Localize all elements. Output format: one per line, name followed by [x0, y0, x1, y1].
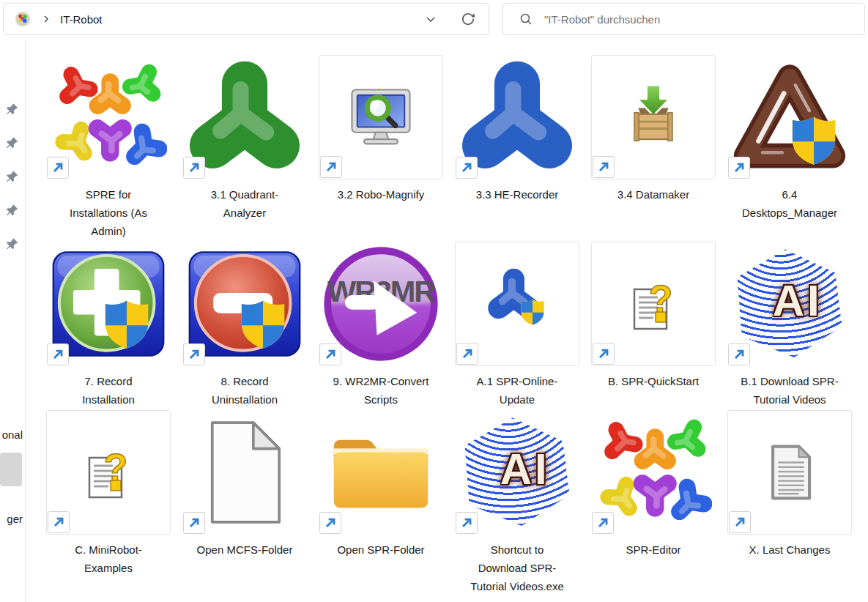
- pin-icon[interactable]: [6, 136, 19, 149]
- file-download-spr-tutorial-videos[interactable]: AI B.1 Download SPR-Tutorial Videos: [722, 242, 858, 409]
- address-bar[interactable]: IT-Robot: [3, 3, 489, 35]
- file-open-mcfs-folder[interactable]: Open MCFS-Folder: [177, 410, 313, 595]
- tree-selected-item[interactable]: [0, 453, 22, 486]
- pin-icon[interactable]: [6, 103, 19, 116]
- toolbar: IT-Robot: [0, 0, 868, 38]
- shortcut-arrow-icon: [183, 157, 205, 179]
- file-wr2mr-convert-scripts[interactable]: WR2MR 9. WR2MR-Convert Scripts: [313, 242, 449, 409]
- refresh-icon[interactable]: [461, 12, 475, 26]
- shortcut-arrow-icon: [456, 157, 478, 179]
- file-label: 6.4 Desktops_Manager: [738, 185, 841, 222]
- icon-grid: SPRE for Installations (As Admin) 3.1 Qu…: [40, 55, 868, 597]
- shortcut-arrow-icon: [319, 512, 341, 534]
- file-label: 3.4 Datamaker: [602, 185, 705, 204]
- chevron-right-icon[interactable]: [40, 13, 52, 25]
- shortcut-arrow-icon: [593, 156, 615, 178]
- monitor-magnifier-icon: [343, 79, 419, 155]
- file-robo-magnify[interactable]: 3.2 Robo-Magnify: [313, 55, 449, 240]
- gray-text-document-icon: [753, 436, 826, 509]
- shortcut-arrow-icon: [728, 343, 750, 365]
- shortcut-arrow-icon: [456, 512, 478, 534]
- uac-shield-icon: [240, 299, 286, 350]
- uac-shield-icon: [103, 299, 150, 350]
- folder-app-icon: [15, 11, 31, 27]
- shortcut-arrow-icon: [592, 512, 614, 534]
- shortcut-arrow-icon: [47, 157, 69, 179]
- search-input[interactable]: [543, 12, 824, 26]
- file-label: 8. Record Uninstallation: [193, 372, 296, 409]
- file-label: 3.1 Quadrant-Analyzer: [193, 185, 296, 222]
- file-list-area: SPRE for Installations (As Admin) 3.1 Qu…: [26, 38, 868, 602]
- search-icon: [519, 12, 533, 26]
- file-desktops-manager[interactable]: 6.4 Desktops_Manager: [722, 55, 858, 240]
- uac-shield-icon: [520, 298, 545, 326]
- search-bar[interactable]: [502, 3, 865, 35]
- file-label: 3.3 HE-Recorder: [466, 185, 568, 204]
- file-label: Open MCFS-Folder: [193, 540, 296, 559]
- file-spre-for-installations[interactable]: SPRE for Installations (As Admin): [40, 55, 177, 240]
- file-spr-quickstart[interactable]: B. SPR-QuickStart: [585, 242, 722, 409]
- file-label: Shortcut to Download SPR-Tutorial Videos…: [466, 540, 568, 595]
- help-document-icon: [72, 436, 145, 509]
- shortcut-arrow-icon: [319, 343, 341, 365]
- file-label: 7. Record Installation: [57, 372, 160, 409]
- file-open-spr-folder[interactable]: Open SPR-Folder: [313, 410, 449, 595]
- file-label: X. Last Changes: [738, 540, 841, 559]
- file-he-recorder[interactable]: 3.3 HE-Recorder: [449, 55, 585, 240]
- pin-icon[interactable]: [6, 170, 19, 183]
- file-label: 3.2 Robo-Magnify: [330, 185, 432, 204]
- crate-download-icon: [615, 79, 691, 155]
- file-shortcut-download-spr-tutorial-videos[interactable]: AI Shortcut to Download SPR-Tutorial Vid…: [449, 410, 585, 595]
- file-minirobot-examples[interactable]: C. MiniRobot-Examples: [40, 410, 177, 595]
- tree-item-partial[interactable]: ger: [7, 513, 23, 525]
- chevron-down-icon[interactable]: [424, 12, 437, 26]
- shortcut-arrow-icon: [47, 343, 69, 365]
- shortcut-arrow-icon: [183, 343, 205, 365]
- shortcut-arrow-icon: [48, 511, 70, 533]
- shortcut-arrow-icon: [593, 343, 615, 365]
- help-document-icon: [617, 267, 690, 341]
- file-label: B. SPR-QuickStart: [602, 372, 705, 390]
- tree-item-partial[interactable]: onal: [2, 428, 23, 441]
- ai-hexagon-icon: AI: [461, 417, 573, 528]
- file-label: A.1 SPR-Online-Update: [466, 372, 568, 409]
- shortcut-arrow-icon: [183, 512, 205, 534]
- file-label: SPR-Editor: [602, 540, 705, 559]
- shortcut-arrow-icon: [729, 511, 751, 533]
- navigation-pane: onal ger: [0, 38, 26, 602]
- file-label: B.1 Download SPR-Tutorial Videos: [738, 372, 841, 409]
- file-spr-online-update[interactable]: A.1 SPR-Online-Update: [449, 242, 585, 409]
- ai-hexagon-icon: AI: [734, 248, 845, 360]
- blank-document-icon: [201, 418, 288, 527]
- file-datamaker[interactable]: 3.4 Datamaker: [585, 55, 722, 240]
- file-record-uninstallation[interactable]: 8. Record Uninstallation: [177, 242, 313, 409]
- file-label: SPRE for Installations (As Admin): [57, 185, 160, 240]
- file-quadrant-analyzer[interactable]: 3.1 Quadrant-Analyzer: [177, 55, 313, 240]
- uac-shield-icon: [790, 115, 837, 166]
- file-label: 9. WR2MR-Convert Scripts: [330, 372, 432, 409]
- shortcut-arrow-icon: [728, 157, 750, 179]
- file-record-installation[interactable]: 7. Record Installation: [40, 242, 177, 409]
- pin-icon[interactable]: [6, 237, 19, 250]
- pin-icon[interactable]: [6, 204, 19, 217]
- shortcut-arrow-icon: [456, 343, 478, 365]
- file-label: Open SPR-Folder: [330, 540, 432, 559]
- file-last-changes[interactable]: X. Last Changes: [722, 410, 858, 595]
- file-label: C. MiniRobot-Examples: [57, 540, 160, 577]
- breadcrumb[interactable]: IT-Robot: [60, 13, 103, 26]
- file-spr-editor[interactable]: SPR-Editor: [585, 410, 722, 595]
- shortcut-arrow-icon: [320, 156, 342, 178]
